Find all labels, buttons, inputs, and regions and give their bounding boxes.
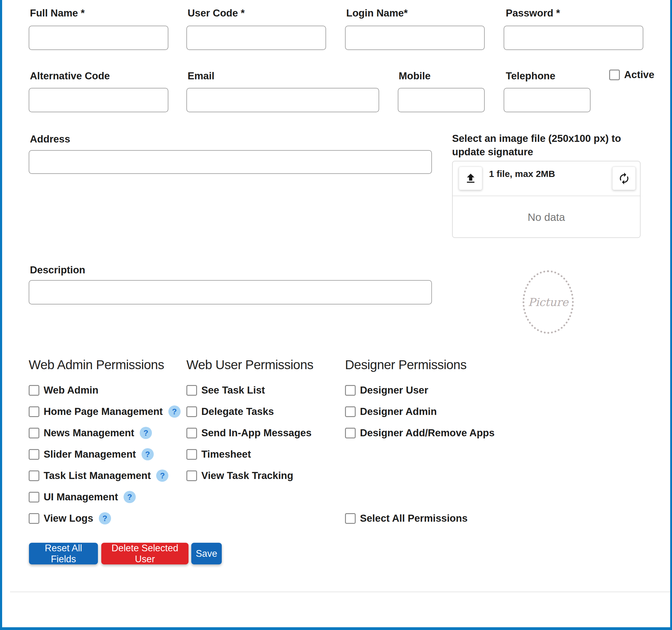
user-form-page: Full Name * User Code * Login Name* Pass… [0, 0, 672, 630]
delegate-tasks-checkbox[interactable] [186, 406, 197, 417]
checkbox-row-slider-management[interactable]: Slider Management ? [29, 448, 154, 461]
home-page-management-checkbox[interactable] [29, 406, 39, 417]
checkbox-label: Task List Management [44, 470, 151, 482]
checkbox-label: Designer Admin [360, 406, 437, 417]
telephone-label: Telephone [506, 70, 555, 82]
checkbox-row-designer-add-remove-apps[interactable]: Designer Add/Remove Apps [345, 426, 495, 439]
checkbox-row-task-list-management[interactable]: Task List Management ? [29, 469, 168, 482]
page-border-bottom [0, 627, 672, 630]
checkbox-label: Home Page Management [44, 406, 163, 417]
task-list-management-checkbox[interactable] [29, 470, 39, 481]
designer-admin-checkbox[interactable] [345, 406, 356, 417]
checkbox-row-web-admin[interactable]: Web Admin [29, 384, 98, 397]
active-label: Active [624, 69, 654, 80]
checkbox-row-delegate-tasks[interactable]: Delegate Tasks [186, 405, 274, 418]
web-user-permissions-heading: Web User Permissions [186, 357, 313, 372]
designer-permissions-heading: Designer Permissions [345, 357, 466, 372]
checkbox-label: News Management [44, 427, 134, 439]
checkbox-row-view-logs[interactable]: View Logs ? [29, 512, 111, 525]
checkbox-label: Timesheet [201, 448, 251, 460]
refresh-icon [618, 172, 630, 185]
password-input[interactable] [504, 26, 643, 50]
no-data-text: No data [453, 196, 640, 238]
login-name-label: Login Name* [346, 7, 408, 19]
full-name-input[interactable] [29, 26, 168, 50]
ui-management-checkbox[interactable] [29, 492, 39, 503]
help-icon[interactable]: ? [142, 448, 154, 460]
checkbox-label: Web Admin [44, 384, 98, 396]
select-all-permissions-checkbox[interactable] [345, 513, 356, 524]
mobile-input[interactable] [398, 88, 485, 112]
active-checkbox[interactable] [609, 70, 620, 80]
checkbox-label: See Task List [201, 384, 265, 396]
mobile-label: Mobile [399, 70, 431, 82]
see-task-list-checkbox[interactable] [186, 385, 197, 396]
checkbox-label: Send In-App Messages [201, 427, 311, 439]
help-icon[interactable]: ? [140, 427, 152, 439]
signature-upload-card: 1 file, max 2MB No data [452, 161, 641, 238]
signature-heading: Select an image file (250x100 px) to upd… [452, 132, 644, 159]
user-code-input[interactable] [186, 26, 326, 50]
checkbox-label: Select All Permissions [360, 513, 467, 524]
help-icon[interactable]: ? [168, 405, 181, 418]
checkbox-row-designer-user[interactable]: Designer User [345, 384, 428, 397]
help-icon[interactable]: ? [99, 512, 111, 524]
alternative-code-label: Alternative Code [30, 70, 110, 82]
designer-add-remove-apps-checkbox[interactable] [345, 428, 356, 438]
web-admin-permissions-heading: Web Admin Permissions [29, 357, 164, 372]
designer-user-checkbox[interactable] [345, 385, 356, 396]
checkbox-label: View Logs [44, 513, 93, 524]
checkbox-row-select-all-permissions[interactable]: Select All Permissions [345, 512, 467, 525]
page-border-right [670, 0, 672, 630]
web-admin-checkbox[interactable] [29, 385, 39, 396]
send-in-app-messages-checkbox[interactable] [186, 428, 197, 438]
checkbox-label: Designer User [360, 384, 428, 396]
slider-management-checkbox[interactable] [29, 449, 39, 460]
checkbox-row-see-task-list[interactable]: See Task List [186, 384, 265, 397]
upload-icon [464, 172, 477, 185]
help-icon[interactable]: ? [156, 469, 168, 482]
checkbox-row-designer-admin[interactable]: Designer Admin [345, 405, 437, 418]
file-limit-text: 1 file, max 2MB [489, 169, 555, 179]
checkbox-label: Designer Add/Remove Apps [360, 427, 495, 439]
description-input[interactable] [29, 280, 432, 304]
checkbox-label: Slider Management [44, 448, 136, 460]
address-input[interactable] [29, 150, 432, 174]
checkbox-label: Delegate Tasks [201, 406, 274, 417]
checkbox-row-home-page-management[interactable]: Home Page Management ? [29, 405, 181, 418]
timesheet-checkbox[interactable] [186, 449, 197, 460]
delete-selected-user-button[interactable]: Delete Selected User [101, 543, 189, 564]
checkbox-row-ui-management[interactable]: UI Management ? [29, 491, 136, 504]
address-label: Address [30, 133, 70, 145]
upload-button[interactable] [459, 167, 482, 190]
checkbox-row-send-in-app-messages[interactable]: Send In-App Messages [186, 426, 311, 439]
checkbox-label: View Task Tracking [201, 470, 293, 482]
checkbox-row-view-task-tracking[interactable]: View Task Tracking [186, 469, 293, 482]
telephone-input[interactable] [504, 88, 591, 112]
picture-stamp-text: Picture [528, 296, 568, 308]
alternative-code-input[interactable] [29, 88, 168, 112]
checkbox-row-timesheet[interactable]: Timesheet [186, 448, 251, 461]
help-icon[interactable]: ? [123, 491, 136, 503]
password-label: Password * [506, 7, 560, 19]
page-border-left [0, 0, 2, 630]
email-label: Email [188, 70, 214, 82]
view-logs-checkbox[interactable] [29, 513, 39, 524]
email-input[interactable] [186, 88, 379, 112]
refresh-button[interactable] [612, 167, 636, 190]
full-name-label: Full Name * [30, 7, 85, 19]
reset-all-fields-button[interactable]: Reset All Fields [29, 543, 98, 564]
login-name-input[interactable] [345, 26, 485, 50]
view-task-tracking-checkbox[interactable] [186, 470, 197, 481]
checkbox-label: UI Management [44, 491, 118, 503]
description-label: Description [30, 264, 86, 276]
checkbox-row-news-management[interactable]: News Management ? [29, 426, 152, 439]
footer-divider [10, 591, 670, 592]
news-management-checkbox[interactable] [29, 428, 39, 438]
user-code-label: User Code * [188, 7, 245, 19]
save-button[interactable]: Save [191, 543, 222, 564]
active-checkbox-row[interactable]: Active [609, 68, 654, 81]
picture-stamp: Picture [523, 270, 574, 334]
